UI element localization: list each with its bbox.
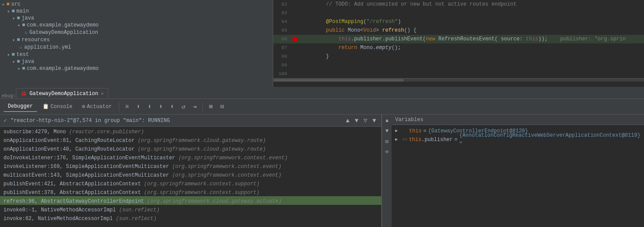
line-content bbox=[299, 69, 644, 78]
stack-method: doInvokeListener:176, SimpleApplicationE… bbox=[3, 155, 178, 161]
tree-item-gateway-app[interactable]: ☆ GatewayDemoApplication bbox=[0, 29, 273, 36]
toolbar-step-over-btn[interactable]: ⬇ bbox=[144, 102, 155, 112]
tree-item-test-package[interactable]: ▾ ■ com.example.gatewaydemo bbox=[0, 65, 273, 72]
stack-item[interactable]: publishEvent:421, AbstractApplicationCon… bbox=[0, 179, 381, 188]
tree-label: com.example.gatewaydemo bbox=[27, 66, 99, 72]
frames-content[interactable]: subscribe:4279, Mono (reactor.core.publi… bbox=[0, 127, 381, 227]
actuator-tab[interactable]: ⚙ Actuator bbox=[78, 102, 116, 112]
stack-item[interactable]: subscribe:4279, Mono (reactor.core.publi… bbox=[0, 127, 381, 135]
debug-tab-icon: 🐞 bbox=[21, 91, 27, 96]
tab-label: GatewayDemoApplication bbox=[29, 91, 98, 97]
code-line-100: 100 bbox=[273, 69, 644, 78]
line-number: 95 bbox=[273, 26, 291, 35]
debug-toolbar: Debugger 📋 Console ⚙ Actuator ≡ ⬆ ⬇ ⬇ ⬆ … bbox=[0, 99, 644, 115]
folder-icon: ▾ bbox=[7, 52, 10, 58]
stack-class: (org.springframework.context.support) bbox=[144, 190, 259, 196]
code-line-96: 96 this.publisher.publishEvent(new Refre… bbox=[273, 35, 644, 43]
breakpoint-indicator bbox=[292, 36, 297, 42]
stack-class: (org.springframework.cloud.gateway.actua… bbox=[147, 198, 281, 204]
code-line-93: 93 bbox=[273, 9, 644, 17]
toolbar-evaluate-btn[interactable]: ⇥ bbox=[190, 102, 200, 112]
stack-item-highlighted[interactable]: refresh:96, AbstractGatewayControllerEnd… bbox=[0, 196, 381, 205]
stack-method: refresh:96, AbstractGatewayControllerEnd… bbox=[3, 198, 147, 204]
line-gutter bbox=[291, 69, 299, 78]
stack-method: invoke:62, NativeMethodAccessorImpl bbox=[3, 216, 116, 222]
tree-item-test-java[interactable]: ▾ ■ java bbox=[0, 58, 273, 65]
tree-item-src[interactable]: ▾ ■ src bbox=[0, 1, 273, 8]
toolbar-run-to-cursor-btn[interactable]: ↺ bbox=[178, 102, 189, 112]
view-btn[interactable]: 👁 bbox=[382, 148, 391, 156]
stack-item[interactable]: invokeListener:169, SimpleApplicationEve… bbox=[0, 161, 381, 170]
tree-item-test[interactable]: ▾ ■ test bbox=[0, 51, 273, 58]
toolbar-frames-btn[interactable]: ⊞ bbox=[206, 102, 216, 112]
stack-item[interactable]: invoke0:-1, NativeMethodAccessorImpl (su… bbox=[0, 205, 381, 214]
stack-class: (reactor.core.publisher) bbox=[69, 129, 144, 135]
tree-item-yml[interactable]: ☆ application.yml bbox=[0, 43, 273, 51]
folder-icon: ▾ bbox=[12, 37, 15, 43]
toolbar-step-into-btn[interactable]: ⬇ bbox=[156, 102, 166, 112]
tree-item-main[interactable]: ▾ ■ main bbox=[0, 8, 273, 15]
toolbar-threads-btn[interactable]: ⊟ bbox=[217, 102, 227, 112]
stack-item[interactable]: publishEvent:378, AbstractApplicationCon… bbox=[0, 188, 381, 196]
line-gutter bbox=[291, 52, 299, 61]
toolbar-step-out-btn[interactable]: ⬆ bbox=[167, 102, 177, 112]
tree-item-package[interactable]: ▾ ■ com.example.gatewaydemo bbox=[0, 22, 273, 29]
toolbar-up-btn[interactable]: ⬆ bbox=[133, 102, 144, 112]
debugger-tab[interactable]: Debugger bbox=[3, 102, 37, 112]
line-number: 94 bbox=[273, 17, 291, 26]
line-content: this.publisher.publishEvent(new RefreshR… bbox=[299, 35, 644, 43]
line-number: 98 bbox=[273, 52, 291, 61]
code-line-92: 92 // TODO: Add uncommited or new but no… bbox=[273, 0, 644, 9]
copy-btn[interactable]: ⊡ bbox=[382, 137, 391, 146]
var-name: this bbox=[409, 127, 422, 135]
code-editor: 92 // TODO: Add uncommited or new but no… bbox=[273, 0, 644, 87]
side-actions: ▲ ▼ ⊡ 👁 bbox=[382, 115, 392, 227]
frame-down-btn[interactable]: ▼ bbox=[353, 116, 360, 125]
var-item-publisher[interactable]: ▶ ○○ this.publisher = {AnnotationConfigR… bbox=[392, 135, 644, 144]
variables-panel: Variables ▶ this = {GatewayControllerEnd… bbox=[392, 115, 644, 227]
tab-gateway-demo-app[interactable]: 🐞 GatewayDemoApplication ✕ bbox=[16, 88, 108, 99]
frames-panel: ✓ "reactor-http-nio-2"@7,574 in group "m… bbox=[0, 115, 382, 227]
line-content: } bbox=[299, 52, 644, 61]
frame-more-btn[interactable]: ▼ bbox=[371, 116, 378, 125]
stack-item[interactable]: invoke:62, NativeMethodAccessorImpl (sun… bbox=[0, 214, 381, 222]
line-number: 92 bbox=[273, 0, 291, 9]
toolbar-menu-btn[interactable]: ≡ bbox=[122, 102, 132, 112]
code-line-97: 97 return Mono.empty(); bbox=[273, 43, 644, 52]
tree-label: resources bbox=[22, 37, 50, 43]
stack-item[interactable]: doInvokeListener:176, SimpleApplicationE… bbox=[0, 153, 381, 161]
line-content: @PostMapping("/refresh") bbox=[299, 17, 644, 26]
variables-content[interactable]: ▶ this = {GatewayControllerEndpoint@8120… bbox=[392, 125, 644, 227]
line-content bbox=[299, 61, 644, 69]
close-tab-button[interactable]: ✕ bbox=[101, 91, 104, 96]
main-layout: ▾ ■ src ▾ ■ main ▾ ■ java ▾ ■ com.exampl… bbox=[0, 0, 644, 227]
stack-item[interactable]: onApplicationEvent:40, CachingRouteLocat… bbox=[0, 144, 381, 153]
folder-color-icon: ■ bbox=[17, 59, 20, 65]
line-number: 96 bbox=[273, 35, 291, 43]
folder-icon: ▾ bbox=[17, 23, 20, 28]
expand-icon[interactable]: ▶ bbox=[395, 135, 400, 144]
stack-item[interactable]: multicastEvent:143, SimpleApplicationEve… bbox=[0, 170, 381, 179]
stack-item[interactable]: onApplicationEvent:81, CachingRouteLocat… bbox=[0, 135, 381, 144]
scrollbar-thumb[interactable] bbox=[274, 79, 404, 82]
yml-file-icon: ☆ bbox=[19, 44, 23, 51]
scroll-down-btn[interactable]: ▼ bbox=[382, 127, 391, 135]
stack-class: (org.springframework.cloud.gateway.route… bbox=[138, 146, 266, 152]
var-equals: = bbox=[454, 135, 458, 144]
horizontal-scrollbar[interactable] bbox=[273, 78, 644, 82]
stack-method: onApplicationEvent:81, CachingRouteLocat… bbox=[3, 138, 138, 144]
expand-icon[interactable]: ▶ bbox=[395, 127, 400, 135]
stack-method: invokeListener:169, SimpleApplicationEve… bbox=[3, 164, 172, 170]
var-value: {AnnotationConfigReactiveWebServerApplic… bbox=[459, 131, 641, 148]
folder-color-icon: ■ bbox=[7, 1, 10, 7]
tree-label: java bbox=[22, 15, 34, 21]
tree-item-resources[interactable]: ▾ ■ resources bbox=[0, 36, 273, 43]
tree-item-java[interactable]: ▾ ■ java bbox=[0, 15, 273, 22]
tree-label: application.yml bbox=[24, 44, 71, 50]
frame-filter-btn[interactable]: ▽ bbox=[362, 116, 369, 125]
frame-up-btn[interactable]: ▲ bbox=[344, 116, 351, 125]
folder-icon: ▾ bbox=[2, 2, 5, 7]
oo-icon: ○○ bbox=[402, 135, 407, 144]
console-tab[interactable]: 📋 Console bbox=[38, 102, 77, 112]
scroll-up-btn[interactable]: ▲ bbox=[382, 116, 391, 125]
